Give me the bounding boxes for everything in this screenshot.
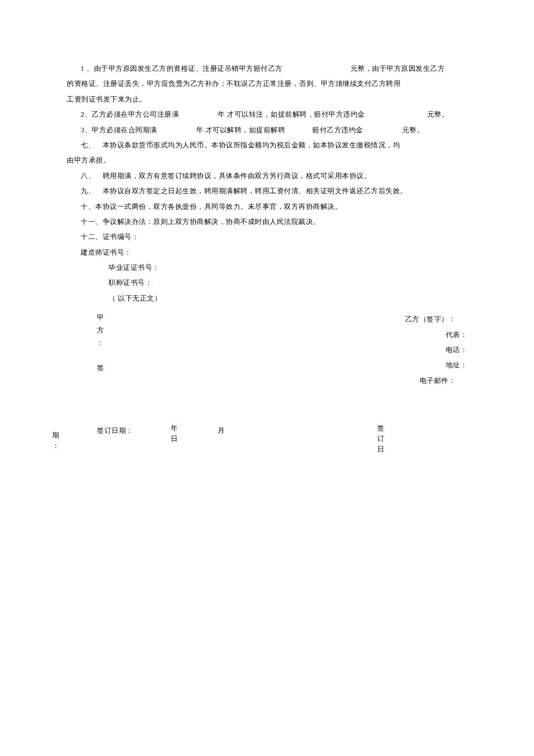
- cert-graduation: 毕业证证书号：: [67, 260, 467, 275]
- clause-6-2-part-b: 年 才可以转注，如提前解聘，赔付甲方违约金: [218, 110, 365, 118]
- clause-6-3-part-b: 年 才可以解聘，如提前解聘: [196, 126, 286, 134]
- clause-6-1-line-2: 的资格证、注册证丢失，甲方应负责为乙方补办；不耽误乙方正常注册，否则、甲方须继续…: [67, 76, 467, 91]
- party-a-char-2: 方: [97, 324, 105, 337]
- hang-char-1: 期: [52, 430, 60, 440]
- date-month-char: 月: [218, 423, 225, 438]
- clause-6-1-line-1: 1 、由于甲方原因发生乙方的资格证、注册证吊销甲方赔付乙方 元整，由于甲方原因发…: [67, 61, 467, 76]
- right-char-1: 签: [377, 423, 385, 433]
- hanging-chars-left: 期 ：: [52, 430, 60, 451]
- party-b-signature-label[interactable]: 乙方（签字）：: [405, 312, 468, 327]
- clause-10: 十、本协议一式两份，双方各执壹份，具同等效力。未尽事宜，双方再协商解决。: [67, 199, 467, 214]
- party-a-char-3: ：: [97, 337, 105, 349]
- clause-6-2-part-a: 2、乙方必须在甲方公司注册满: [81, 110, 179, 118]
- right-char-3: 日: [377, 444, 385, 454]
- party-b-email-label[interactable]: 电子邮件：: [405, 373, 468, 388]
- clause-6-1-part-b: 元整，由于甲方原因发生乙方: [351, 64, 445, 73]
- clause-6-3-part-d: 元整。: [402, 126, 424, 134]
- clause-9: 九、 本协议自双方签定之日起生效，聘用期满解聘，聘用工资付清、相关证明文件返还乙…: [67, 183, 467, 198]
- hang-char-2: ：: [52, 440, 60, 451]
- party-b-address-label[interactable]: 地址：: [405, 357, 468, 372]
- cert-title: 职称证书号：: [67, 275, 467, 290]
- clause-12: 十二、证书编号：: [67, 229, 467, 244]
- clause-6-2-part-c: 元整。: [427, 110, 449, 118]
- clause-6-1-line-3: 工资到证书发下来为止。: [67, 92, 467, 107]
- right-char-2: 订: [377, 433, 385, 444]
- date-year-char: 年: [168, 423, 180, 433]
- clause-6-3-part-a: 3、甲方必须在合同期满: [81, 126, 157, 134]
- cert-builder: 建造师证书号：: [67, 245, 467, 260]
- clause-6-2: 2、乙方必须在甲方公司注册满 年 才可以转注，如提前解聘，赔付甲方违约金 元整。: [67, 107, 467, 122]
- right-vertical-stack: 签 订 日: [377, 423, 385, 454]
- clause-11: 十一、争议解决办法：原则上双方协商解决，协商不成时由人民法院裁决。: [67, 214, 467, 229]
- party-b-info: 乙方（签字）： 代表： 电话： 地址： 电子邮件：: [405, 312, 468, 388]
- end-of-text-note: （ 以下无正文）: [67, 291, 467, 306]
- party-b-phone-label[interactable]: 电话：: [405, 342, 468, 357]
- date-day-char: 日: [168, 433, 180, 444]
- clause-6-1-part-a: 1 、由于甲方原因发生乙方的资格证、注册证吊销甲方赔付乙方: [81, 64, 283, 73]
- party-a-char-4: 签: [97, 362, 105, 375]
- clause-7-line-2: 由甲方承担。: [67, 153, 467, 168]
- party-a-char-1: 甲: [97, 312, 105, 324]
- clause-6-3-part-c: 赔付乙方违约金: [312, 126, 363, 134]
- date-year-day-stack: 年 日: [168, 423, 180, 444]
- clause-8: 八、 聘用期满，双方有意签订续聘协议，具体条件由双方另行商议，格式可采用本协议。: [67, 168, 467, 183]
- signature-block: 甲 方 ： 签 乙方（签字）： 代表： 电话： 地址： 电子邮件：: [67, 312, 467, 416]
- clause-6-3: 3、甲方必须在合同期满 年 才可以解聘，如提前解聘 赔付乙方违约金 元整。: [67, 122, 467, 138]
- document-page: 1 、由于甲方原因发生乙方的资格证、注册证吊销甲方赔付乙方 元整，由于甲方原因发…: [0, 0, 534, 458]
- party-a-vertical: 甲 方 ： 签: [97, 312, 105, 374]
- signing-date-row: 期 ： 签订日期： 年 日 月 签 订 日: [67, 423, 467, 458]
- party-b-rep-label[interactable]: 代表：: [405, 327, 468, 342]
- signing-date-label: 签订日期：: [97, 423, 134, 438]
- clause-7-line-1: 七、 本协议条款货币形式均为人民币。本协议所指金额均为税后金额，如本协议发生缴税…: [67, 138, 467, 153]
